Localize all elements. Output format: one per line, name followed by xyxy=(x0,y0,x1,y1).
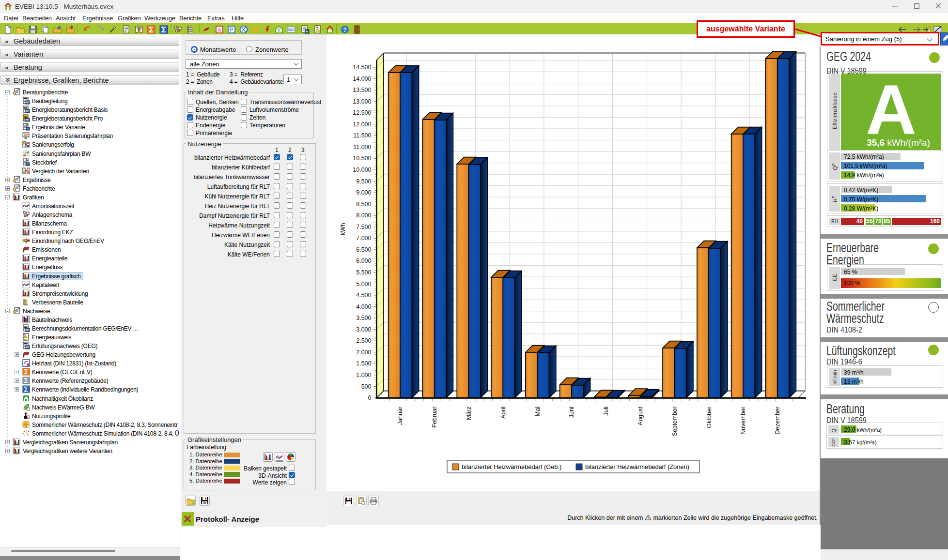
svg-text:10.000: 10.000 xyxy=(353,166,371,173)
svg-text:500: 500 xyxy=(361,383,372,390)
svg-text:13.500: 13.500 xyxy=(353,87,371,93)
svg-text:13.000: 13.000 xyxy=(353,98,371,105)
svg-text:7.500: 7.500 xyxy=(356,224,371,230)
svg-text:10.500: 10.500 xyxy=(353,155,371,162)
svg-text:5.500: 5.500 xyxy=(356,269,371,276)
svg-text:8.500: 8.500 xyxy=(356,201,371,208)
svg-text:1.500: 1.500 xyxy=(356,360,371,367)
svg-text:Juli: Juli xyxy=(603,407,609,416)
svg-text:bilanzierter Heizwärmebedarf (: bilanzierter Heizwärmebedarf (Geb.) xyxy=(462,463,561,470)
svg-text:6.000: 6.000 xyxy=(356,257,371,264)
svg-text:4.000: 4.000 xyxy=(356,303,371,310)
svg-text:Dezember: Dezember xyxy=(774,407,781,435)
svg-text:11.500: 11.500 xyxy=(353,132,371,139)
svg-text:Februar: Februar xyxy=(431,407,438,428)
svg-text:3.500: 3.500 xyxy=(356,315,371,321)
svg-text:12.000: 12.000 xyxy=(353,121,371,128)
svg-text:September: September xyxy=(671,407,678,436)
svg-text:9.000: 9.000 xyxy=(356,189,371,196)
svg-text:August: August xyxy=(637,406,644,425)
svg-text:November: November xyxy=(740,407,746,435)
svg-text:1.000: 1.000 xyxy=(356,372,371,378)
svg-text:11.000: 11.000 xyxy=(353,144,371,151)
svg-text:bilanzierter Heizwärmebedarf (: bilanzierter Heizwärmebedarf (Zonen) xyxy=(585,463,689,470)
svg-text:März: März xyxy=(466,407,472,420)
svg-text:Januar: Januar xyxy=(397,407,404,425)
svg-text:2.500: 2.500 xyxy=(356,337,371,344)
svg-text:Mai: Mai xyxy=(534,407,541,416)
svg-text:5.000: 5.000 xyxy=(356,281,371,288)
svg-text:4.500: 4.500 xyxy=(356,292,371,299)
svg-text:14.500: 14.500 xyxy=(353,64,371,71)
svg-text:kWh: kWh xyxy=(340,223,346,235)
svg-text:April: April xyxy=(500,407,507,419)
svg-text:Juni: Juni xyxy=(568,407,575,418)
svg-text:9.500: 9.500 xyxy=(356,178,371,185)
svg-text:Oktober: Oktober xyxy=(706,407,713,428)
svg-text:6.500: 6.500 xyxy=(356,246,371,253)
svg-text:0: 0 xyxy=(368,394,372,401)
svg-text:7.000: 7.000 xyxy=(356,235,371,242)
svg-text:2.000: 2.000 xyxy=(356,349,371,356)
svg-text:14.000: 14.000 xyxy=(353,76,371,82)
svg-text:3.000: 3.000 xyxy=(356,326,371,333)
svg-text:8.000: 8.000 xyxy=(356,212,371,219)
svg-text:12.500: 12.500 xyxy=(353,109,371,116)
